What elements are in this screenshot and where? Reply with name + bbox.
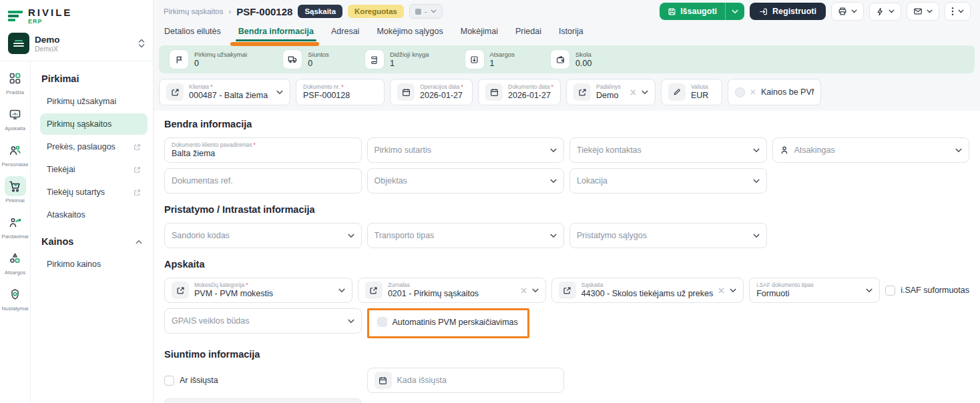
tab-bendra-informacija[interactable]: Bendra informacija <box>238 27 314 41</box>
pristatymo-salygos-select[interactable]: Pristatymo sąlygos <box>569 223 767 248</box>
klientas-field[interactable]: Klientas* 000487 - Balta žiema <box>159 79 290 105</box>
external-link-icon[interactable] <box>573 83 591 101</box>
print-dropdown-button[interactable] <box>831 2 864 21</box>
chevron-down-icon[interactable] <box>348 319 354 324</box>
kainos-be-pvm-toggle[interactable]: Kainos be PVM <box>728 79 821 105</box>
external-link-icon[interactable] <box>365 282 383 299</box>
menu-item-label: Tiekėjų sutartys <box>47 187 105 197</box>
isaf-suformuotas-checkbox[interactable]: i.SAF suformuotas <box>885 286 969 296</box>
calendar-icon[interactable] <box>485 83 503 101</box>
ar-issiusta-checkbox[interactable]: Ar išsiųsta <box>164 376 362 386</box>
tab-istorija[interactable]: Istorija <box>559 27 583 41</box>
register-button[interactable]: Registruoti <box>750 3 826 20</box>
tab-detalios-eilutes[interactable]: Detalios eilutės <box>164 27 221 41</box>
clear-icon[interactable] <box>630 89 636 95</box>
padalinys-field[interactable]: Padalinys Demo <box>566 79 656 105</box>
dokumentas-ref-input[interactable]: Dokumentas ref. <box>164 168 362 193</box>
operacijos-data-field[interactable]: Operacijos data* 2026-01-27 <box>390 79 473 105</box>
rail-item-pardavimai[interactable]: Pardavimai <box>1 212 30 240</box>
rail-item-personalas[interactable]: Personalas <box>1 140 30 167</box>
isaf-dokumento-tipas-select[interactable]: i.SAF dokumento tipas Formuoti <box>749 278 880 303</box>
mokesciu-kategorija-field[interactable]: Mokesčių kategorija* PVM - PVM mokestis <box>164 278 352 303</box>
zurnalas-field[interactable]: Žurnalas 0201 - Pirkimų sąskaitos <box>358 278 546 303</box>
chevron-down-icon[interactable] <box>866 288 873 293</box>
sidebar-item-tiekejai[interactable]: Tiekėjai <box>40 159 148 180</box>
chevron-down-icon[interactable] <box>276 90 283 95</box>
stat-siuntos[interactable]: Siuntos0 <box>283 50 329 69</box>
valiuta-field[interactable]: Valiuta EUR <box>661 79 722 105</box>
stat-didzioji-knyga[interactable]: Didžioji knyga1 <box>365 50 429 69</box>
external-link-icon[interactable] <box>166 83 184 101</box>
sidebar-item-ataskaitos[interactable]: Ataskaitos <box>40 204 148 226</box>
sandorio-kodas-select[interactable]: Sandorio kodas <box>164 223 362 248</box>
sidebar-item-pirkimo-kainos[interactable]: Pirkimo kainos <box>40 254 148 275</box>
kada-issiusta-field[interactable]: Kada išsiųsta <box>367 368 565 393</box>
dokumento-data-field[interactable]: Dokumento data* 2026-01-27 <box>478 79 561 105</box>
automatinis-pvm-checkbox[interactable]: Automatinis PVM perskaičiavimas <box>377 317 518 327</box>
clear-icon[interactable] <box>521 288 527 294</box>
tab-mokejimo-salygos[interactable]: Mokėjimo sąlygos <box>377 27 443 41</box>
chevron-updown-icon[interactable] <box>138 39 145 48</box>
chevron-down-icon[interactable] <box>532 288 539 293</box>
breadcrumb-parent[interactable]: Pirkimų sąskaitos <box>164 7 223 15</box>
chevron-down-icon[interactable] <box>753 179 760 183</box>
pirkimo-sutartis-select[interactable]: Pirkimo sutartis <box>367 137 565 163</box>
chevron-down-icon[interactable] <box>338 288 345 293</box>
checkbox-icon <box>885 286 895 296</box>
field-value: 44300 - Skolos tiekėjams už prekes <box>581 289 713 298</box>
save-dropdown-toggle[interactable] <box>725 3 744 20</box>
rail-item-apskaita[interactable]: Apskaita <box>1 104 30 131</box>
chevron-down-icon[interactable] <box>550 234 557 238</box>
lokacija-select[interactable]: Lokacija <box>569 168 767 193</box>
dokumento-kliento-pavadinimas-field[interactable]: Dokumento kliento pavadinimas* Balta žie… <box>164 137 362 163</box>
save-button[interactable]: Išsaugoti <box>660 3 725 20</box>
clear-icon[interactable] <box>718 288 724 294</box>
stat-atsargos[interactable]: Atsargos1 <box>465 50 515 69</box>
external-link-icon[interactable] <box>559 282 576 299</box>
sidebar-item-pirkimu-uzsakymai[interactable]: Pirkimų užsakymai <box>40 91 148 112</box>
sidebar-item-pirkimu-saskaitos[interactable]: Pirkimų sąskaitos <box>40 113 148 135</box>
rail-label: Nustatymai <box>1 306 28 312</box>
tab-priedai[interactable]: Priedai <box>515 27 541 41</box>
stat-pirkimu-uzsakymai[interactable]: Pirkimų užsakymai0 <box>170 50 247 69</box>
flag-dropdown[interactable]: - <box>409 4 443 19</box>
rail-item-atsargos[interactable]: Atsargos <box>1 248 30 276</box>
menu-section-kainos[interactable]: Kainos <box>40 234 148 254</box>
tab-adresai[interactable]: Adresai <box>331 27 359 41</box>
objektas-select[interactable]: Objektas <box>367 168 565 193</box>
calendar-icon[interactable] <box>397 83 415 101</box>
chevron-down-icon[interactable] <box>730 288 736 293</box>
tab-label: Priedai <box>515 27 541 36</box>
rail-item-pradzia[interactable]: Pradžia <box>1 68 30 95</box>
main-area: Pirkimų sąskaitos › PSF-000128 Sąskaita … <box>154 0 980 403</box>
pencil-icon[interactable] <box>668 83 686 101</box>
rail-item-nustatymai[interactable]: Nustatymai <box>1 284 30 312</box>
chevron-down-icon[interactable] <box>550 179 557 183</box>
toggle-off-icon[interactable] <box>735 87 745 97</box>
saskaita-field[interactable]: Sąskaita 44300 - Skolos tiekėjams už pre… <box>551 278 744 303</box>
chevron-down-icon[interactable] <box>753 234 760 238</box>
chevron-down-icon[interactable] <box>348 234 354 238</box>
chevron-down-icon[interactable] <box>642 90 648 95</box>
external-link-icon[interactable] <box>172 282 189 299</box>
chevron-down-icon[interactable] <box>753 148 760 153</box>
tab-mokejimai[interactable]: Mokėjimai <box>461 27 498 41</box>
tiekejo-kontaktas-select[interactable]: Tiekėjo kontaktas <box>569 137 767 163</box>
gpais-veiklos-budas-select[interactable]: GPAIS veiklos būdas <box>164 308 362 334</box>
chevron-down-icon[interactable] <box>955 148 962 153</box>
chevron-down-icon[interactable] <box>550 148 557 153</box>
transporto-tipas-select[interactable]: Transporto tipas <box>367 223 565 248</box>
more-dropdown-button[interactable] <box>945 2 971 21</box>
calendar-icon[interactable] <box>375 372 392 389</box>
atsakingas-select[interactable]: Atsakingas <box>772 137 970 163</box>
save-split-button[interactable]: Išsaugoti <box>660 3 744 20</box>
company-switcher[interactable]: Demo DemoX <box>0 27 153 61</box>
app-root: RIVILE ERP Demo DemoX Pradžia <box>0 0 980 403</box>
email-dropdown-button[interactable] <box>907 2 939 21</box>
sidebar-item-tiekeju-sutartys[interactable]: Tiekėjų sutartys <box>40 181 148 203</box>
actions-dropdown-button[interactable] <box>869 3 901 21</box>
rail-item-pirkimai[interactable]: Pirkimai <box>1 176 30 204</box>
stat-skola[interactable]: Skola0.00 <box>551 50 591 69</box>
sidebar-item-prekes-paslaugos[interactable]: Prekės, paslaugos <box>40 136 148 157</box>
dokumento-nr-field[interactable]: Dokumento nr.* PSF-000128 <box>296 79 385 105</box>
